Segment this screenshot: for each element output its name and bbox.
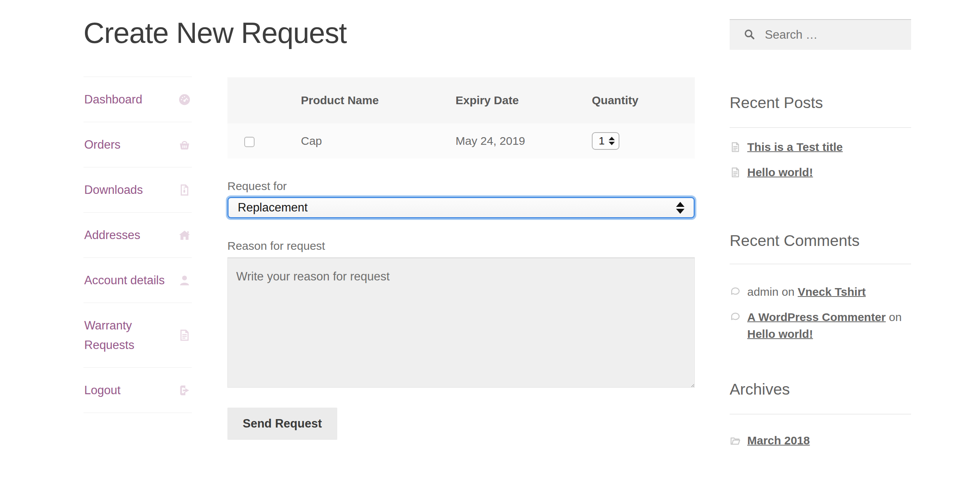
sidebar-item-label: Downloads bbox=[84, 180, 143, 200]
sidebar-item-addresses[interactable]: Addresses bbox=[83, 213, 192, 258]
list-item: Hello world! bbox=[730, 164, 911, 181]
expiry-date-column-header: Expiry Date bbox=[432, 77, 568, 123]
list-item: This is a Test title bbox=[730, 139, 911, 156]
basket-icon bbox=[178, 138, 191, 151]
product-name-cell: Cap bbox=[277, 123, 432, 159]
comment-connector: on bbox=[886, 311, 902, 323]
search-input[interactable] bbox=[730, 19, 911, 50]
account-nav: Dashboard Orders Downloads bbox=[83, 77, 192, 413]
post-icon bbox=[730, 167, 741, 178]
widget-divider bbox=[730, 264, 911, 264]
sidebar-item-label: Account details bbox=[84, 270, 165, 290]
blog-sidebar: Recent Posts This is a Test title bbox=[730, 19, 911, 449]
quantity-stepper[interactable]: 1 bbox=[592, 132, 619, 150]
sidebar-item-label: Orders bbox=[84, 135, 121, 154]
search-icon bbox=[743, 28, 756, 41]
select-arrows-icon bbox=[676, 202, 684, 214]
stepper-arrows-icon[interactable] bbox=[609, 137, 615, 145]
reason-textarea[interactable] bbox=[227, 257, 695, 388]
comment-author-link[interactable]: A WordPress Commenter bbox=[747, 311, 886, 323]
recent-post-link[interactable]: This is a Test title bbox=[747, 141, 843, 153]
recent-comments-title: Recent Comments bbox=[730, 232, 911, 249]
sidebar-item-dashboard[interactable]: Dashboard bbox=[83, 77, 192, 122]
widget-divider bbox=[730, 127, 911, 128]
comment-icon bbox=[730, 311, 741, 323]
recent-posts-title: Recent Posts bbox=[730, 94, 911, 111]
warranty-request-page: Create New Request Dashboard Orders bbox=[0, 0, 980, 485]
sidebar-item-downloads[interactable]: Downloads bbox=[83, 167, 192, 213]
comment-target-link[interactable]: Vneck Tshirt bbox=[798, 285, 866, 298]
product-name-column-header: Product Name bbox=[277, 77, 432, 123]
request-for-select[interactable]: Replacement bbox=[227, 197, 695, 218]
page-title: Create New Request bbox=[83, 16, 346, 49]
comment-target-link[interactable]: Hello world! bbox=[747, 328, 813, 340]
recent-posts-widget: Recent Posts This is a Test title bbox=[730, 94, 911, 181]
sidebar-item-label: Dashboard bbox=[84, 90, 142, 109]
send-request-button[interactable]: Send Request bbox=[227, 408, 337, 440]
list-item: March 2018 bbox=[730, 432, 911, 449]
logout-icon bbox=[178, 384, 191, 397]
request-for-selected-value: Replacement bbox=[238, 201, 308, 215]
widget-divider bbox=[730, 414, 911, 415]
sidebar-item-orders[interactable]: Orders bbox=[83, 122, 192, 167]
folder-open-icon bbox=[730, 435, 741, 446]
sidebar-item-label: Logout bbox=[84, 380, 121, 400]
reason-for-request-label: Reason for request bbox=[227, 239, 695, 253]
archive-link[interactable]: March 2018 bbox=[747, 434, 810, 447]
sidebar-item-account-details[interactable]: Account details bbox=[83, 258, 192, 303]
quantity-column-header: Quantity bbox=[568, 77, 695, 123]
warranty-products-table: Product Name Expiry Date Quantity Cap Ma… bbox=[227, 77, 695, 159]
expiry-date-cell: May 24, 2019 bbox=[432, 123, 568, 159]
sidebar-item-label: Addresses bbox=[84, 225, 140, 245]
gauge-icon bbox=[178, 93, 191, 106]
zip-file-icon bbox=[178, 184, 191, 197]
sidebar-item-label: Warranty Requests bbox=[84, 316, 173, 355]
comment-author: admin bbox=[747, 285, 779, 298]
select-product-checkbox[interactable] bbox=[244, 137, 255, 147]
user-icon bbox=[178, 274, 191, 287]
checkbox-column-header bbox=[227, 77, 277, 123]
list-item: A WordPress Commenter on Hello world! bbox=[730, 309, 911, 342]
recent-post-link[interactable]: Hello world! bbox=[747, 166, 813, 179]
table-header-row: Product Name Expiry Date Quantity bbox=[227, 77, 695, 123]
create-request-form: Product Name Expiry Date Quantity Cap Ma… bbox=[227, 77, 695, 440]
quantity-value: 1 bbox=[599, 135, 605, 147]
home-icon bbox=[178, 229, 191, 242]
comment-connector: on bbox=[779, 285, 798, 298]
request-for-label: Request for bbox=[227, 179, 695, 193]
comment-icon bbox=[730, 286, 741, 298]
archives-title: Archives bbox=[730, 381, 911, 398]
sidebar-item-warranty-requests[interactable]: Warranty Requests bbox=[83, 303, 192, 368]
list-item: admin on Vneck Tshirt bbox=[730, 283, 911, 300]
search-box bbox=[730, 19, 911, 50]
recent-comments-widget: Recent Comments admin on Vneck Tshirt A … bbox=[730, 232, 911, 342]
post-icon bbox=[730, 141, 741, 153]
sidebar-item-logout[interactable]: Logout bbox=[83, 368, 192, 413]
table-row: Cap May 24, 2019 1 bbox=[227, 123, 695, 159]
document-icon bbox=[178, 329, 191, 342]
archives-widget: Archives March 2018 bbox=[730, 381, 911, 449]
